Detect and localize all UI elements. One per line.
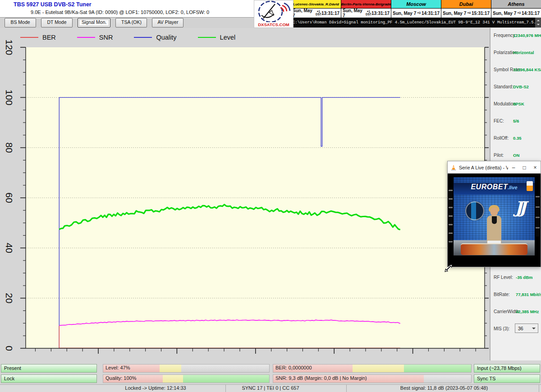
dxsatcs-logo: DXSATCS.COM (254, 0, 293, 28)
snr-progress-bar: SNR: 9,3 dB (Margin: 0,0 dB | No Margin) (273, 374, 472, 383)
statusbar-section-1: SYNC 17 | TEI 0 | CC 657 (242, 385, 299, 391)
eurobet-text: EUROBET (471, 183, 508, 191)
clock-time: Sun, May 7+314:31:17 (391, 9, 441, 18)
close-button[interactable]: × (530, 164, 541, 171)
clock-city: Dubai (441, 0, 491, 9)
terminal-scrollbar[interactable] (535, 18, 541, 27)
param-row: CarrierWidth:42,385 MHz (491, 308, 541, 325)
legend-item-level: Level (198, 34, 236, 41)
legend-item-snr: SNR (77, 34, 113, 41)
param-row-mis: MIS (3):36 (491, 325, 541, 342)
svg-text:120: 120 (4, 39, 14, 55)
command-prompt[interactable]: C:\Users\Roman Dávid>Signal monitoring_P… (291, 18, 541, 27)
vlc-window[interactable]: Serie A Live (diretta) - VLC ... – □ × E… (447, 161, 541, 267)
satellite-dish-icon (254, 0, 293, 22)
legend-item-quality: Quality (134, 34, 176, 41)
juventus-logo: JJ (515, 198, 523, 217)
statusbar-section-2: Best signal: 11,8 dB (2023-05-07 05:48) (400, 385, 488, 391)
scroll-up-icon[interactable] (537, 18, 540, 21)
legend-swatch (20, 37, 38, 38)
svg-text:100: 100 (4, 90, 14, 105)
legend-swatch (77, 37, 95, 38)
channel-logo (527, 181, 533, 191)
param-row: BitRate:77,831 Mbit/s (491, 291, 541, 308)
tab-tsa-ok-[interactable]: TSA (OK) (115, 18, 147, 27)
svg-text:60: 60 (4, 192, 14, 203)
clock-moscow: MoscowSun, May 7+314:31:17 (391, 0, 441, 18)
quality-progress-bar: Quality: 100% (103, 374, 270, 383)
clock-city: Berlin-Paris-Vienna-Belgrade (341, 0, 391, 9)
titlebar: TBS 5927 USB DVB-S2 Tuner 9.0E - Eutelsa… (0, 0, 291, 18)
resize-cursor-icon (444, 263, 454, 275)
svg-text:40: 40 (4, 243, 14, 253)
signal-monitor-panel: 020406080100120 BERSNRQualityLevel (0, 28, 489, 360)
legend-item-ber: BER (20, 34, 56, 41)
clock-time: Sun, May 7+415:31:17 (441, 9, 491, 18)
vlc-cone-icon (450, 164, 457, 171)
clock-city: Moscow (391, 0, 441, 9)
svg-text:80: 80 (4, 142, 14, 153)
clock-berlin-paris-vienn: Berlin-Paris-Vienna-BelgradeSun, May 7+1… (341, 0, 391, 18)
tab-bs-mode[interactable]: BS Mode (5, 18, 36, 27)
status-bar: Locked -> Uptime: 12:14:33SYNC 17 | TEI … (0, 384, 541, 392)
tab-dt-mode[interactable]: DT Mode (41, 18, 73, 27)
vlc-video-area[interactable]: EUROBET.live JJ (448, 173, 541, 267)
app-window: TBS 5927 USB DVB-S2 Tuner 9.0E - Eutelsa… (0, 0, 541, 392)
clock-city: Athens (491, 0, 541, 9)
tab-bar: BS ModeDT ModeSignal Mon.TSA (OK)AV Play… (0, 18, 291, 28)
eurobet-banner: EUROBET.live (454, 183, 535, 195)
chevron-down-icon (532, 328, 536, 331)
logo-caption: DXSATCS.COM (254, 22, 293, 27)
scroll-down-icon[interactable] (537, 24, 540, 27)
level-text: Level: 47% (105, 365, 130, 370)
signal-chart: 020406080100120 (0, 28, 489, 360)
clock-time: Sun, May 7+314:31:17 (491, 9, 541, 18)
window-title: TBS 5927 USB DVB-S2 Tuner (14, 1, 92, 8)
clock-dubai: DubaiSun, May 7+415:31:17 (441, 0, 491, 18)
rf-params-group: RF Level:-35 dBmBitRate:77,831 Mbit/sCar… (491, 273, 541, 342)
clock-athens: AthensSun, May 7+314:31:17 (491, 0, 541, 18)
world-clocks: Lučenec-Slovakia_R.DávidSun, May 7+1DST1… (291, 0, 541, 18)
signal-params-group: Frequency:12340,976 MHzPolarization:Hori… (491, 32, 541, 169)
chart-legend: BERSNRQualityLevel (20, 33, 257, 41)
level-progress-bar: Level: 47% (103, 364, 270, 373)
input-badge: Input (~23,78 Mbps) (474, 364, 540, 373)
presenter-torso (487, 215, 501, 244)
eurobet-live-text: .live (508, 185, 517, 190)
param-row: Standard:DVB-S2 (491, 83, 541, 100)
param-row: RF Level:-35 dBm (491, 273, 541, 291)
present-badge: Present (1, 364, 97, 373)
presenter-head (491, 208, 498, 216)
tab-signal-mon-[interactable]: Signal Mon. (78, 18, 110, 27)
param-row: FEC:5/6 (491, 117, 541, 134)
param-row: RollOff:0.35 (491, 134, 541, 151)
lock-badge: Lock (1, 374, 97, 383)
clock-time: Sun, May 7+1DST13:31:17 (291, 9, 341, 18)
tv-studio-frame: EUROBET.live JJ (454, 177, 535, 255)
command-text: C:\Users\Roman Dávid>Signal monitoring_P… (293, 20, 541, 25)
atalanta-crest (465, 201, 484, 220)
ber-text: BER: 0,0000000 (275, 365, 312, 370)
snr-text: SNR: 9,3 dB (Margin: 0,0 dB | No Margin) (275, 375, 367, 381)
vlc-title-text: Serie A Live (diretta) - VLC ... (459, 165, 508, 170)
clock-time: Sun, May 7+1DST13:31:17 (341, 9, 391, 18)
tab-av-player[interactable]: AV Player (152, 18, 183, 27)
maximize-button[interactable]: □ (519, 164, 530, 171)
quality-text: Quality: 100% (105, 375, 136, 381)
ber-progress-bar: BER: 0,0000000 (273, 364, 472, 373)
statusbar-section-0: Locked -> Uptime: 12:14:33 (125, 385, 186, 391)
legend-swatch (134, 37, 152, 38)
svg-text:0: 0 (4, 346, 14, 351)
svg-text:20: 20 (4, 293, 14, 303)
studio-desk (461, 243, 527, 255)
param-row: Symbol Rate:31396,844 KS/s (491, 66, 541, 83)
legend-swatch (198, 37, 216, 38)
mis-select[interactable]: 36 (515, 324, 538, 333)
clock-city: Lučenec-Slovakia_R.Dávid (291, 0, 341, 9)
tuner-info: 9.0E - Eutelsat 9B/Ka-Sat 9A (ID: 0090) … (31, 9, 209, 15)
minimize-button[interactable]: – (508, 164, 519, 171)
vlc-titlebar[interactable]: Serie A Live (diretta) - VLC ... – □ × (448, 161, 541, 173)
param-row: Frequency:12340,976 MHz (491, 32, 541, 49)
clock-lu-enec-slovakia-r: Lučenec-Slovakia_R.DávidSun, May 7+1DST1… (291, 0, 341, 18)
param-row: Modulation:8PSK (491, 100, 541, 117)
